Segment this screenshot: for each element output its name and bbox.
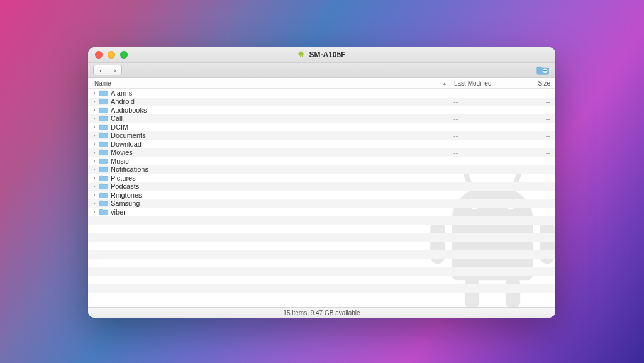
item-name: Pictures: [111, 174, 136, 182]
folder-icon: [99, 191, 108, 199]
table-row[interactable]: › Pictures -- --: [88, 174, 555, 182]
svg-point-5: [301, 52, 301, 52]
empty-row: [88, 293, 555, 301]
window-controls: [88, 51, 128, 59]
item-name: Notifications: [111, 165, 148, 173]
item-modified: --: [450, 114, 519, 122]
sort-indicator-icon: ▴: [443, 81, 450, 86]
column-header-name[interactable]: Name ▴: [88, 80, 450, 87]
android-icon: [297, 49, 305, 60]
item-size: --: [519, 148, 555, 156]
chevron-right-icon[interactable]: ›: [92, 115, 97, 121]
item-modified: --: [450, 199, 519, 207]
new-folder-button[interactable]: [536, 65, 550, 75]
maximize-button[interactable]: [120, 51, 128, 59]
chevron-right-icon[interactable]: ›: [92, 141, 97, 147]
svg-rect-4: [302, 55, 303, 57]
table-row[interactable]: › Call -- --: [88, 114, 555, 123]
empty-row: [88, 216, 555, 225]
chevron-right-icon[interactable]: ›: [92, 107, 97, 113]
minimize-button[interactable]: [108, 51, 115, 59]
empty-row: [88, 242, 555, 250]
item-size: --: [519, 89, 555, 97]
chevron-right-icon[interactable]: ›: [92, 200, 97, 206]
chevron-right-icon[interactable]: ›: [92, 183, 97, 189]
window-title: SM-A105F: [88, 49, 555, 60]
chevron-right-icon[interactable]: ›: [92, 175, 97, 181]
table-row[interactable]: › Ringtones -- --: [88, 191, 555, 199]
chevron-right-icon[interactable]: ›: [92, 209, 97, 215]
folder-icon: [99, 123, 108, 131]
table-row[interactable]: › DCIM -- --: [88, 123, 555, 131]
file-list[interactable]: › Alarms -- -- › Android -- -- › Audiobo…: [88, 89, 555, 307]
column-header-name-label: Name: [94, 80, 111, 87]
empty-row: [88, 250, 555, 259]
table-row[interactable]: › Music -- --: [88, 157, 555, 165]
item-size: --: [519, 174, 555, 182]
chevron-right-icon[interactable]: ›: [92, 149, 97, 155]
window-title-text: SM-A105F: [309, 50, 345, 59]
chevron-right-icon[interactable]: ›: [92, 90, 97, 96]
table-row[interactable]: › Podcasts -- --: [88, 182, 555, 191]
table-row[interactable]: › Alarms -- --: [88, 89, 555, 98]
item-name: Ringtones: [111, 191, 142, 199]
table-row[interactable]: › Notifications -- --: [88, 165, 555, 174]
item-name: Movies: [111, 148, 133, 156]
table-row[interactable]: › Download -- --: [88, 140, 555, 148]
column-header-size[interactable]: Size: [519, 80, 555, 87]
table-row[interactable]: › Movies -- --: [88, 148, 555, 157]
table-row[interactable]: › viber -- --: [88, 208, 555, 216]
item-modified: --: [450, 165, 519, 173]
item-name: Documents: [111, 131, 146, 139]
folder-icon: [99, 182, 108, 190]
empty-row: [88, 276, 555, 284]
empty-row: [88, 225, 555, 233]
empty-row: [88, 259, 555, 267]
svg-rect-0: [299, 53, 303, 56]
chevron-right-icon[interactable]: ›: [92, 158, 97, 164]
item-modified: --: [450, 182, 519, 190]
empty-row: [88, 233, 555, 242]
column-header-modified[interactable]: Last Modified: [450, 80, 519, 87]
item-modified: --: [450, 148, 519, 156]
file-browser-window: SM-A105F ‹ › Name ▴ Last Modifie: [88, 47, 555, 318]
item-name: Audiobooks: [111, 106, 147, 114]
chevron-right-icon[interactable]: ›: [92, 132, 97, 138]
table-row[interactable]: › Audiobooks -- --: [88, 106, 555, 114]
folder-icon: [99, 131, 108, 139]
chevron-right-icon[interactable]: ›: [92, 98, 97, 104]
title-bar[interactable]: SM-A105F: [88, 47, 555, 63]
item-modified: --: [450, 174, 519, 182]
item-modified: --: [450, 140, 519, 148]
svg-rect-3: [300, 55, 301, 57]
item-modified: --: [450, 208, 519, 216]
chevron-right-icon[interactable]: ›: [92, 124, 97, 130]
item-size: --: [519, 98, 555, 105]
back-button[interactable]: ‹: [94, 65, 108, 75]
table-row[interactable]: › Documents -- --: [88, 131, 555, 140]
folder-icon: [99, 174, 108, 182]
item-size: --: [519, 208, 555, 216]
folder-icon: [99, 199, 108, 207]
table-row[interactable]: › Android -- --: [88, 98, 555, 106]
folder-icon: [99, 157, 108, 165]
item-size: --: [519, 157, 555, 165]
status-text: 15 items, 9.47 GB available: [283, 310, 360, 316]
item-size: --: [519, 191, 555, 199]
table-row[interactable]: › Samsung -- --: [88, 199, 555, 208]
item-name: Alarms: [111, 89, 132, 97]
item-name: Podcasts: [111, 182, 139, 190]
item-modified: --: [450, 131, 519, 139]
chevron-right-icon[interactable]: ›: [92, 192, 97, 198]
nav-back-forward: ‹ ›: [93, 65, 122, 75]
forward-button[interactable]: ›: [108, 65, 121, 75]
close-button[interactable]: [95, 51, 103, 59]
empty-row: [88, 267, 555, 276]
folder-icon: [99, 148, 108, 156]
item-size: --: [519, 165, 555, 173]
folder-icon: [99, 140, 108, 148]
chevron-right-icon[interactable]: ›: [92, 166, 97, 172]
item-size: --: [519, 140, 555, 148]
column-headers: Name ▴ Last Modified Size: [88, 78, 555, 89]
item-name: Call: [111, 114, 123, 122]
